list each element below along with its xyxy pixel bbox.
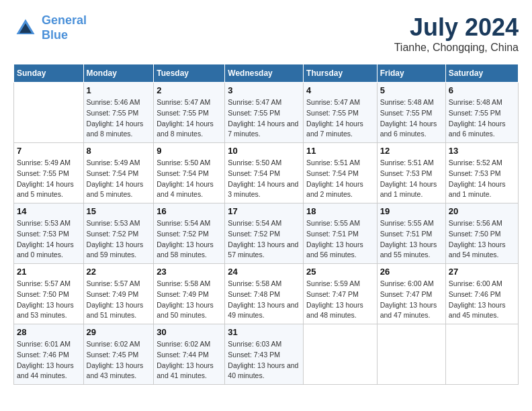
main-title: July 2024 <box>394 13 519 42</box>
day-info: Sunrise: 5:56 AMSunset: 7:50 PMDaylight:… <box>449 218 515 261</box>
title-block: July 2024 Tianhe, Chongqing, China <box>394 13 519 54</box>
page-header: General Blue July 2024 Tianhe, Chongqing… <box>13 13 519 54</box>
day-cell: 3Sunrise: 5:47 AMSunset: 7:55 PMDaylight… <box>225 83 304 143</box>
day-number: 26 <box>380 267 443 277</box>
day-info: Sunrise: 5:58 AMSunset: 7:49 PMDaylight:… <box>157 279 222 321</box>
logo-line2: Blue <box>42 28 68 42</box>
day-number: 15 <box>87 206 151 216</box>
day-cell: 28Sunrise: 6:01 AMSunset: 7:46 PMDayligh… <box>14 324 84 385</box>
day-number: 5 <box>380 85 443 95</box>
day-info: Sunrise: 5:46 AMSunset: 7:55 PMDaylight:… <box>87 97 151 140</box>
week-row-2: 7Sunrise: 5:49 AMSunset: 7:55 PMDaylight… <box>14 143 519 203</box>
day-info: Sunrise: 5:50 AMSunset: 7:54 PMDaylight:… <box>228 158 300 200</box>
day-cell: 4Sunrise: 5:47 AMSunset: 7:55 PMDaylight… <box>304 83 378 143</box>
day-cell <box>304 324 378 385</box>
day-cell: 23Sunrise: 5:58 AMSunset: 7:49 PMDayligh… <box>154 264 225 324</box>
day-number: 21 <box>17 267 81 277</box>
day-info: Sunrise: 6:00 AMSunset: 7:47 PMDaylight:… <box>380 279 443 321</box>
day-info: Sunrise: 5:47 AMSunset: 7:55 PMDaylight:… <box>157 97 222 140</box>
day-number: 17 <box>228 206 300 216</box>
day-number: 13 <box>449 146 515 156</box>
day-cell: 21Sunrise: 5:57 AMSunset: 7:50 PMDayligh… <box>14 264 84 324</box>
logo: General Blue <box>13 13 87 42</box>
day-number: 11 <box>306 146 374 156</box>
day-cell: 7Sunrise: 5:49 AMSunset: 7:55 PMDaylight… <box>14 143 84 203</box>
day-cell <box>377 324 445 385</box>
week-row-1: 1Sunrise: 5:46 AMSunset: 7:55 PMDaylight… <box>14 83 519 143</box>
day-info: Sunrise: 5:48 AMSunset: 7:55 PMDaylight:… <box>449 97 515 140</box>
logo-icon <box>13 16 38 40</box>
column-header-thursday: Thursday <box>304 64 378 83</box>
day-number: 6 <box>449 85 515 95</box>
week-row-4: 21Sunrise: 5:57 AMSunset: 7:50 PMDayligh… <box>14 264 519 324</box>
day-cell: 30Sunrise: 6:02 AMSunset: 7:44 PMDayligh… <box>154 324 225 385</box>
day-number: 10 <box>228 146 300 156</box>
day-info: Sunrise: 5:49 AMSunset: 7:54 PMDaylight:… <box>87 158 151 200</box>
day-cell: 19Sunrise: 5:55 AMSunset: 7:51 PMDayligh… <box>377 203 445 264</box>
day-cell: 10Sunrise: 5:50 AMSunset: 7:54 PMDayligh… <box>225 143 304 203</box>
day-number: 29 <box>87 327 151 337</box>
column-header-monday: Monday <box>83 64 154 83</box>
day-cell: 24Sunrise: 5:58 AMSunset: 7:48 PMDayligh… <box>225 264 304 324</box>
week-row-3: 14Sunrise: 5:53 AMSunset: 7:53 PMDayligh… <box>14 203 519 264</box>
day-info: Sunrise: 5:54 AMSunset: 7:52 PMDaylight:… <box>228 218 300 261</box>
day-info: Sunrise: 5:55 AMSunset: 7:51 PMDaylight:… <box>380 218 443 261</box>
week-row-5: 28Sunrise: 6:01 AMSunset: 7:46 PMDayligh… <box>14 324 519 385</box>
day-info: Sunrise: 5:52 AMSunset: 7:53 PMDaylight:… <box>449 158 515 200</box>
day-number: 30 <box>157 327 222 337</box>
logo-text: General Blue <box>42 13 87 42</box>
day-info: Sunrise: 5:53 AMSunset: 7:53 PMDaylight:… <box>17 218 81 261</box>
day-cell: 25Sunrise: 5:59 AMSunset: 7:47 PMDayligh… <box>304 264 378 324</box>
day-number: 28 <box>17 327 81 337</box>
day-number: 23 <box>157 267 222 277</box>
subtitle: Tianhe, Chongqing, China <box>394 42 519 54</box>
day-cell: 6Sunrise: 5:48 AMSunset: 7:55 PMDaylight… <box>445 83 518 143</box>
day-cell: 20Sunrise: 5:56 AMSunset: 7:50 PMDayligh… <box>445 203 518 264</box>
day-number: 14 <box>17 206 81 216</box>
day-info: Sunrise: 5:57 AMSunset: 7:50 PMDaylight:… <box>17 279 81 321</box>
day-info: Sunrise: 5:51 AMSunset: 7:54 PMDaylight:… <box>306 158 374 200</box>
day-number: 22 <box>87 267 151 277</box>
day-number: 25 <box>306 267 374 277</box>
day-info: Sunrise: 6:02 AMSunset: 7:45 PMDaylight:… <box>87 339 151 381</box>
day-cell: 12Sunrise: 5:51 AMSunset: 7:53 PMDayligh… <box>377 143 445 203</box>
header-row: SundayMondayTuesdayWednesdayThursdayFrid… <box>14 64 519 83</box>
day-info: Sunrise: 5:47 AMSunset: 7:55 PMDaylight:… <box>306 97 374 140</box>
day-number: 16 <box>157 206 222 216</box>
column-header-sunday: Sunday <box>14 64 84 83</box>
day-number: 4 <box>306 85 374 95</box>
day-info: Sunrise: 5:58 AMSunset: 7:48 PMDaylight:… <box>228 279 300 321</box>
day-info: Sunrise: 5:54 AMSunset: 7:52 PMDaylight:… <box>157 218 222 261</box>
day-cell: 5Sunrise: 5:48 AMSunset: 7:55 PMDaylight… <box>377 83 445 143</box>
day-number: 1 <box>87 85 151 95</box>
day-info: Sunrise: 5:53 AMSunset: 7:52 PMDaylight:… <box>87 218 151 261</box>
day-number: 3 <box>228 85 300 95</box>
day-info: Sunrise: 6:02 AMSunset: 7:44 PMDaylight:… <box>157 339 222 381</box>
day-cell: 29Sunrise: 6:02 AMSunset: 7:45 PMDayligh… <box>83 324 154 385</box>
day-number: 12 <box>380 146 443 156</box>
day-info: Sunrise: 5:49 AMSunset: 7:55 PMDaylight:… <box>17 158 81 200</box>
day-number: 8 <box>87 146 151 156</box>
day-cell: 18Sunrise: 5:55 AMSunset: 7:51 PMDayligh… <box>304 203 378 264</box>
day-cell: 11Sunrise: 5:51 AMSunset: 7:54 PMDayligh… <box>304 143 378 203</box>
day-cell: 15Sunrise: 5:53 AMSunset: 7:52 PMDayligh… <box>83 203 154 264</box>
column-header-wednesday: Wednesday <box>225 64 304 83</box>
day-cell: 9Sunrise: 5:50 AMSunset: 7:54 PMDaylight… <box>154 143 225 203</box>
day-cell: 31Sunrise: 6:03 AMSunset: 7:43 PMDayligh… <box>225 324 304 385</box>
day-number: 2 <box>157 85 222 95</box>
day-cell: 17Sunrise: 5:54 AMSunset: 7:52 PMDayligh… <box>225 203 304 264</box>
day-info: Sunrise: 5:59 AMSunset: 7:47 PMDaylight:… <box>306 279 374 321</box>
day-cell <box>14 83 84 143</box>
day-info: Sunrise: 5:50 AMSunset: 7:54 PMDaylight:… <box>157 158 222 200</box>
day-cell: 8Sunrise: 5:49 AMSunset: 7:54 PMDaylight… <box>83 143 154 203</box>
day-cell: 26Sunrise: 6:00 AMSunset: 7:47 PMDayligh… <box>377 264 445 324</box>
day-info: Sunrise: 5:57 AMSunset: 7:49 PMDaylight:… <box>87 279 151 321</box>
calendar-table: SundayMondayTuesdayWednesdayThursdayFrid… <box>13 64 519 385</box>
column-header-saturday: Saturday <box>445 64 518 83</box>
day-number: 19 <box>380 206 443 216</box>
day-info: Sunrise: 5:51 AMSunset: 7:53 PMDaylight:… <box>380 158 443 200</box>
day-number: 20 <box>449 206 515 216</box>
column-header-tuesday: Tuesday <box>154 64 225 83</box>
day-cell: 2Sunrise: 5:47 AMSunset: 7:55 PMDaylight… <box>154 83 225 143</box>
day-cell <box>445 324 518 385</box>
